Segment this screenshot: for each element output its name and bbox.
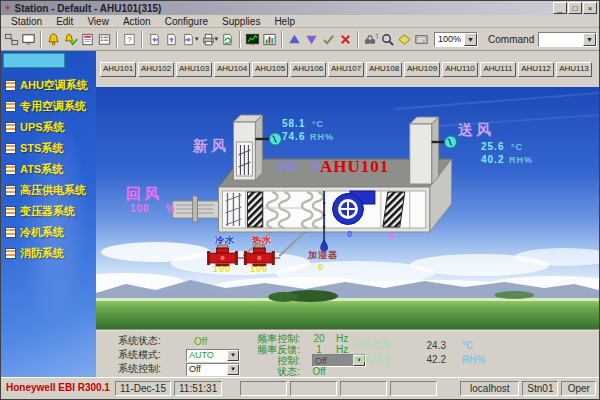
alarm-ack-icon[interactable]: [62, 30, 79, 49]
zoom-dropdown-arrow-icon[interactable]: ▼: [464, 33, 477, 46]
group-chart-icon[interactable]: [261, 30, 278, 49]
fresh-air-temp-unit: °C: [312, 119, 324, 129]
sidebar-item-2[interactable]: 专用空调系统: [3, 96, 96, 117]
station-icon[interactable]: [3, 30, 20, 49]
zoom-value: 100%: [435, 34, 464, 44]
tab-ahu107[interactable]: AHU107: [328, 62, 364, 77]
menu-configure[interactable]: Configure: [158, 16, 215, 27]
sidebar-item-label: UPS系统: [20, 120, 65, 135]
zoom-icon[interactable]: [379, 30, 396, 49]
system-label-1: 系统模式:: [118, 348, 180, 362]
tab-ahu102[interactable]: AHU102: [138, 62, 174, 77]
alarm-list-icon[interactable]: [96, 30, 113, 49]
sidebar-item-6[interactable]: 高压供电系统: [3, 180, 96, 201]
menu-page-icon: [5, 143, 16, 154]
page-forward-icon-dropdown-arrow-icon[interactable]: ▾: [195, 35, 199, 43]
display-icon[interactable]: [20, 30, 37, 49]
toolbar-separator: [281, 31, 283, 48]
frequency-select-value-2: Off: [313, 356, 353, 366]
fresh-air-temp-value: 58.1: [282, 118, 305, 129]
ambient-label-0: 回风温度:: [352, 338, 410, 352]
sidebar-header-block: [3, 53, 65, 68]
frequency-unit-0: Hz: [336, 333, 348, 344]
frequency-value-0: 20: [306, 333, 332, 344]
lower-icon[interactable]: [303, 30, 320, 49]
status-cell-empty: [390, 381, 437, 396]
menu-page-icon: [5, 248, 16, 259]
tab-ahu106[interactable]: AHU106: [290, 62, 326, 77]
menu-station[interactable]: Station: [4, 16, 49, 27]
humidifier-value: 0: [318, 262, 324, 272]
dropdown-arrow-icon[interactable]: ▼: [227, 364, 239, 375]
raise-icon[interactable]: [286, 30, 303, 49]
sidebar-item-9[interactable]: 消防系统: [3, 243, 96, 264]
fan-status-value: 0: [347, 229, 353, 239]
menubar: StationEditViewActionConfigureSuppliesHe…: [1, 15, 599, 28]
find-icon[interactable]: ?: [362, 30, 379, 49]
ahu-graphic[interactable]: 新风 58.1 °C 74.6 RH% 100% AHU101 送风 25.6 …: [96, 87, 599, 329]
titlebar[interactable]: ✳ Station - Default - AHU101(315) _ □ ×: [1, 1, 599, 15]
toolbar: ?▾▾? 100% ▼ Command ▼: [1, 28, 599, 51]
chilled-water-label: 冷水: [215, 234, 235, 247]
page-refresh-icon[interactable]: [219, 30, 236, 49]
tab-ahu112[interactable]: AHU112: [518, 62, 554, 77]
sidebar-item-8[interactable]: 冷机系统: [3, 222, 96, 243]
sidebar-item-4[interactable]: STS系统: [3, 138, 96, 159]
sidebar-item-1[interactable]: AHU空调系统: [3, 75, 96, 96]
sidebar-item-label: 变压器系统: [20, 204, 75, 219]
help-page-icon[interactable]: ?: [121, 30, 138, 49]
menu-page-icon: [5, 164, 16, 175]
control-panel: 系统状态:Off系统模式:AUTO▼系统控制:Off▼ 频率控制:20Hz频率反…: [96, 329, 599, 377]
detail-icon[interactable]: [396, 30, 413, 49]
close-button[interactable]: ×: [583, 2, 597, 14]
tab-ahu104[interactable]: AHU104: [214, 62, 250, 77]
toolbar-separator: [141, 31, 143, 48]
sidebar-item-label: 高压供电系统: [20, 183, 86, 198]
tab-ahu105[interactable]: AHU105: [252, 62, 288, 77]
content: AHU空调系统专用空调系统UPS系统STS系统ATS系统高压供电系统变压器系统冷…: [1, 51, 599, 377]
return-air-damper-number: 100: [130, 203, 150, 214]
tab-ahu108[interactable]: AHU108: [366, 62, 402, 77]
toolbar-separator: [239, 31, 241, 48]
system-select-1[interactable]: AUTO▼: [186, 349, 240, 362]
sidebar-item-5[interactable]: ATS系统: [3, 159, 96, 180]
zoom-select[interactable]: 100% ▼: [434, 32, 478, 47]
status-station-id: Stn01: [522, 381, 558, 396]
alarm-page-icon[interactable]: [79, 30, 96, 49]
tab-ahu103[interactable]: AHU103: [176, 62, 212, 77]
system-select-2[interactable]: Off▼: [186, 363, 240, 376]
svg-text:?: ?: [375, 32, 378, 39]
accept-icon[interactable]: [320, 30, 337, 49]
sidebar-item-7[interactable]: 变压器系统: [3, 201, 96, 222]
command-input[interactable]: ▼: [538, 32, 597, 47]
restore-button[interactable]: □: [568, 2, 582, 14]
tab-ahu113[interactable]: AHU113: [556, 62, 592, 77]
cancel-icon[interactable]: [337, 30, 354, 49]
tab-ahu110[interactable]: AHU110: [442, 62, 478, 77]
system-row-0: 系统状态:Off: [118, 334, 240, 348]
tab-ahu109[interactable]: AHU109: [404, 62, 440, 77]
dropdown-arrow-icon[interactable]: ▼: [227, 350, 239, 361]
menu-help[interactable]: Help: [267, 16, 302, 27]
menu-action[interactable]: Action: [116, 16, 158, 27]
menu-supplies[interactable]: Supplies: [215, 16, 267, 27]
command-dropdown-arrow-icon[interactable]: ▼: [583, 33, 596, 46]
system-value-0: Off: [194, 336, 207, 347]
sidebar-item-3[interactable]: UPS系统: [3, 117, 96, 138]
system-row-2: 系统控制:Off▼: [118, 362, 240, 376]
supply-air-rh-unit: RH%: [509, 155, 533, 165]
minimize-button[interactable]: _: [553, 2, 567, 14]
menu-view[interactable]: View: [80, 16, 116, 27]
menu-edit[interactable]: Edit: [49, 16, 80, 27]
print-icon-dropdown-arrow-icon[interactable]: ▾: [215, 35, 219, 43]
tab-ahu101[interactable]: AHU101: [100, 62, 136, 77]
toolbar-separator: [40, 31, 42, 48]
page-up-icon[interactable]: [163, 30, 180, 49]
view-box-icon[interactable]: [413, 30, 430, 49]
humidifier-label: 加湿器: [308, 249, 338, 262]
page-back-icon[interactable]: [146, 30, 163, 49]
trend-icon[interactable]: [244, 30, 261, 49]
alarm-bell-icon[interactable]: [45, 30, 62, 49]
toolbar-separator: [357, 31, 359, 48]
tab-ahu111[interactable]: AHU111: [480, 62, 516, 77]
